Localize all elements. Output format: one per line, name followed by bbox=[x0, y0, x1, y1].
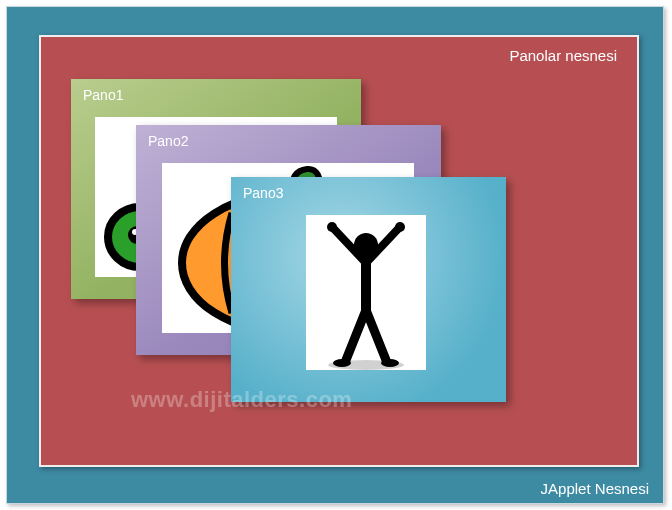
person-arms-up-icon bbox=[306, 215, 426, 370]
japplet-label: JApplet Nesnesi bbox=[541, 480, 649, 497]
svg-point-13 bbox=[328, 360, 404, 370]
panel-pano2-title: Pano2 bbox=[148, 133, 188, 149]
panel-pano3: Pano3 bbox=[231, 177, 506, 402]
japplet-container: JApplet Nesnesi Panolar nesnesi Pano1 Pa… bbox=[6, 6, 664, 504]
panolar-container: Panolar nesnesi Pano1 Pano2 bbox=[39, 35, 639, 467]
panel-pano3-image bbox=[306, 215, 426, 370]
panel-pano1-title: Pano1 bbox=[83, 87, 123, 103]
svg-point-9 bbox=[327, 222, 337, 232]
svg-point-10 bbox=[395, 222, 405, 232]
panel-pano3-title: Pano3 bbox=[243, 185, 283, 201]
panolar-label: Panolar nesnesi bbox=[509, 47, 617, 64]
